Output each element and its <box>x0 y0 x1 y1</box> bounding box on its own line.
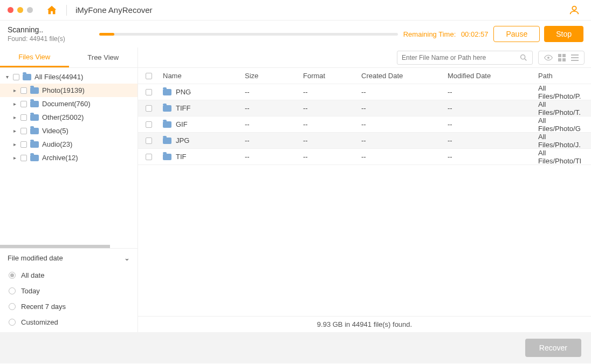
tree-item-document[interactable]: Document(760) <box>0 97 138 111</box>
progress-track <box>99 33 398 36</box>
file-table: Name Size Format Created Date Modified D… <box>138 68 591 316</box>
chevron-right-icon[interactable] <box>12 87 17 93</box>
scan-progress-bar: Scanning.. Found: 44941 file(s) Remainin… <box>0 20 591 47</box>
search-box[interactable] <box>397 51 533 65</box>
remaining-time: Remaining Time: 00:02:57 <box>403 30 489 38</box>
checkbox[interactable] <box>20 101 27 107</box>
column-header-format[interactable]: Format <box>303 72 361 80</box>
chevron-right-icon[interactable] <box>12 141 17 147</box>
recover-button[interactable]: Recover <box>525 339 581 357</box>
grid-icon[interactable] <box>558 54 566 61</box>
chevron-right-icon[interactable] <box>12 101 17 107</box>
pause-button[interactable]: Pause <box>493 26 540 42</box>
tab-tree-view[interactable]: Tree View <box>69 47 138 67</box>
row-size: -- <box>245 120 303 128</box>
minimize-window-button[interactable] <box>17 7 23 13</box>
radio-icon[interactable] <box>9 287 16 294</box>
filter-panel: File modified date ⌄ All date Today Rece… <box>0 248 138 332</box>
row-created: -- <box>361 104 448 112</box>
checkbox[interactable] <box>20 155 27 161</box>
chevron-down-icon: ⌄ <box>124 254 130 262</box>
row-checkbox[interactable] <box>146 138 152 144</box>
tree-label: Archive(12) <box>42 154 78 162</box>
tree-item-archive[interactable]: Archive(12) <box>0 151 138 164</box>
scan-status: Scanning.. <box>8 25 99 34</box>
close-window-button[interactable] <box>8 7 13 13</box>
tree-item-photo[interactable]: Photo(19139) <box>0 84 138 97</box>
folder-icon <box>30 155 39 161</box>
svg-line-1 <box>525 59 526 60</box>
home-button[interactable] <box>46 4 58 16</box>
sidebar: Files View Tree View All Files(44941) Ph… <box>0 47 138 332</box>
svg-rect-5 <box>558 58 561 61</box>
table-row[interactable]: PNG--------All Files/Photo/P. <box>138 84 591 100</box>
radio-icon[interactable] <box>9 319 16 326</box>
filter-option-all[interactable]: All date <box>8 267 130 283</box>
checkbox[interactable] <box>20 141 27 148</box>
folder-icon <box>163 105 171 112</box>
row-format: -- <box>303 136 361 145</box>
tree-item-audio[interactable]: Audio(23) <box>0 138 138 151</box>
row-size: -- <box>245 136 303 145</box>
row-checkbox[interactable] <box>146 89 152 95</box>
row-size: -- <box>245 104 303 112</box>
tree-item-other[interactable]: Other(25002) <box>0 111 138 124</box>
account-button[interactable] <box>568 4 580 16</box>
row-modified: -- <box>448 136 538 145</box>
separator <box>66 5 67 16</box>
tree-item-video[interactable]: Video(5) <box>0 124 138 138</box>
stop-button[interactable]: Stop <box>544 26 583 42</box>
filter-option-recent[interactable]: Recent 7 days <box>8 299 130 314</box>
row-name: TIF <box>176 153 187 161</box>
table-row[interactable]: TIFF--------All Files/Photo/T. <box>138 100 591 116</box>
main: Files View Tree View All Files(44941) Ph… <box>0 47 591 332</box>
select-all-checkbox[interactable] <box>146 73 152 79</box>
table-row[interactable]: GIF--------All Files/Photo/G <box>138 116 591 133</box>
search-icon[interactable] <box>519 53 528 62</box>
eye-icon[interactable] <box>544 54 553 61</box>
search-input[interactable] <box>402 54 519 61</box>
chevron-right-icon[interactable] <box>12 155 17 161</box>
table-row[interactable]: TIF--------All Files/Photo/TI <box>138 149 591 165</box>
checkbox[interactable] <box>13 74 19 80</box>
table-row[interactable]: JPG--------All Files/Photo/J. <box>138 133 591 149</box>
view-mode-toggle[interactable] <box>538 51 585 65</box>
row-modified: -- <box>448 88 538 96</box>
row-format: -- <box>303 104 361 112</box>
folder-icon <box>163 154 171 160</box>
home-icon <box>46 4 58 16</box>
tab-files-view[interactable]: Files View <box>0 47 69 67</box>
scan-found-count: Found: 44941 file(s) <box>8 35 99 43</box>
tree-item-all-files[interactable]: All Files(44941) <box>0 70 138 84</box>
row-created: -- <box>361 136 448 145</box>
filter-option-custom[interactable]: Customized <box>8 314 130 330</box>
chevron-right-icon[interactable] <box>12 128 17 134</box>
checkbox[interactable] <box>20 87 27 94</box>
row-checkbox[interactable] <box>146 154 152 160</box>
footer: Recover <box>0 332 591 363</box>
column-header-name[interactable]: Name <box>160 72 245 80</box>
row-size: -- <box>245 88 303 96</box>
row-format: -- <box>303 88 361 96</box>
maximize-window-button[interactable] <box>27 7 33 13</box>
column-header-modified[interactable]: Modified Date <box>448 72 538 80</box>
row-checkbox[interactable] <box>146 105 152 112</box>
filter-option-today[interactable]: Today <box>8 283 130 299</box>
column-header-size[interactable]: Size <box>245 72 303 80</box>
chevron-right-icon[interactable] <box>12 114 17 120</box>
row-checkbox[interactable] <box>146 121 152 128</box>
folder-icon <box>163 138 171 144</box>
column-header-path[interactable]: Path <box>538 72 591 80</box>
checkbox[interactable] <box>20 128 27 134</box>
tree-label: All Files(44941) <box>35 73 83 81</box>
table-header: Name Size Format Created Date Modified D… <box>138 68 591 84</box>
checkbox[interactable] <box>20 114 27 121</box>
radio-checked-icon[interactable] <box>9 272 16 279</box>
svg-rect-9 <box>571 60 579 61</box>
radio-icon[interactable] <box>9 303 16 310</box>
filter-header[interactable]: File modified date ⌄ <box>8 254 130 262</box>
filter-title: File modified date <box>8 254 63 262</box>
chevron-down-icon[interactable] <box>4 74 10 80</box>
list-icon[interactable] <box>571 54 579 61</box>
column-header-created[interactable]: Created Date <box>361 72 448 80</box>
